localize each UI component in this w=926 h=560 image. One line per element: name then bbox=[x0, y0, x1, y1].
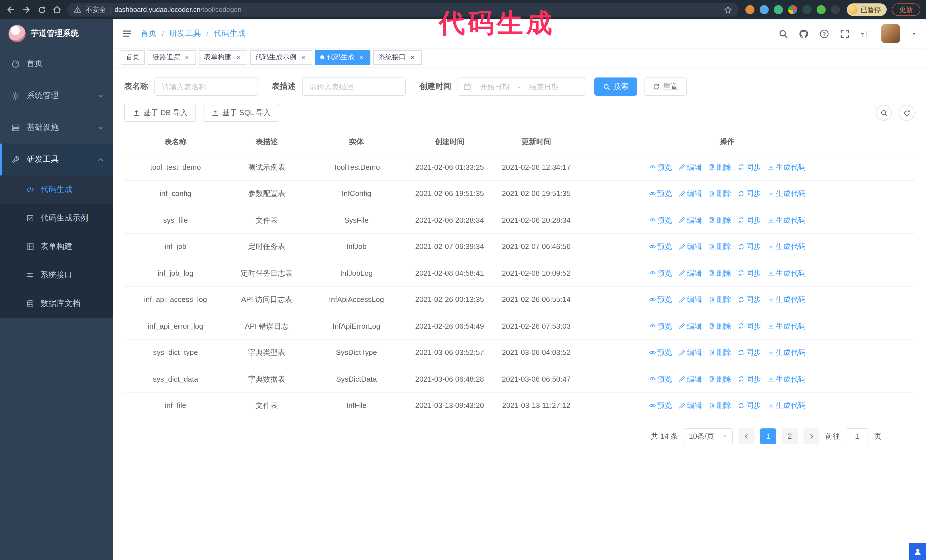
generate-code-link[interactable]: 生成代码 bbox=[767, 320, 805, 332]
tab-codegen-example[interactable]: 代码生成示例× bbox=[250, 50, 312, 65]
extension-icon-puzzle[interactable] bbox=[831, 5, 840, 14]
back-button[interactable] bbox=[6, 5, 16, 15]
reset-button[interactable]: 重置 bbox=[644, 77, 687, 96]
tab-codegen[interactable]: 代码生成× bbox=[315, 50, 371, 65]
preview-link[interactable]: 预览 bbox=[649, 241, 672, 252]
generate-code-link[interactable]: 生成代码 bbox=[767, 188, 805, 199]
goto-page-input[interactable] bbox=[846, 428, 869, 444]
hamburger-icon[interactable] bbox=[122, 29, 132, 39]
edit-link[interactable]: 编辑 bbox=[678, 373, 702, 385]
sync-link[interactable]: 同步 bbox=[738, 320, 761, 332]
sidebar-item-home[interactable]: 首页 bbox=[0, 48, 113, 80]
sync-link[interactable]: 同步 bbox=[738, 373, 761, 385]
extension-icon-green[interactable] bbox=[817, 5, 826, 14]
delete-link[interactable]: 删除 bbox=[708, 347, 731, 358]
edit-link[interactable]: 编辑 bbox=[678, 294, 702, 305]
extension-icon-vue[interactable] bbox=[774, 5, 783, 14]
delete-link[interactable]: 删除 bbox=[708, 373, 731, 385]
sidebar-item-system[interactable]: 系统管理 bbox=[0, 80, 113, 112]
sync-link[interactable]: 同步 bbox=[738, 294, 761, 305]
generate-code-link[interactable]: 生成代码 bbox=[767, 294, 805, 305]
sidebar-item-devtools[interactable]: 研发工具 bbox=[0, 143, 113, 175]
import-db-button[interactable]: 基于 DB 导入 bbox=[124, 104, 196, 122]
page-button-2[interactable]: 2 bbox=[782, 428, 798, 444]
edit-link[interactable]: 编辑 bbox=[678, 347, 702, 358]
profile-paused-badge[interactable]: 已暂停 bbox=[847, 3, 887, 16]
prev-page-button[interactable] bbox=[738, 428, 755, 444]
bookmark-star-icon[interactable] bbox=[724, 5, 732, 14]
github-icon[interactable] bbox=[799, 29, 809, 38]
edit-link[interactable]: 编辑 bbox=[678, 162, 702, 173]
page-button-1[interactable]: 1 bbox=[760, 428, 776, 444]
forward-button[interactable] bbox=[21, 5, 31, 15]
delete-link[interactable]: 删除 bbox=[708, 188, 731, 199]
sync-link[interactable]: 同步 bbox=[738, 241, 761, 252]
extension-icon-blue[interactable] bbox=[760, 5, 769, 14]
close-icon[interactable]: × bbox=[234, 53, 242, 61]
breadcrumb-home[interactable]: 首页 bbox=[141, 29, 157, 39]
generate-code-link[interactable]: 生成代码 bbox=[767, 241, 805, 252]
preview-link[interactable]: 预览 bbox=[649, 347, 672, 358]
delete-link[interactable]: 删除 bbox=[708, 400, 731, 411]
browser-update-button[interactable]: 更新 bbox=[892, 3, 920, 16]
generate-code-link[interactable]: 生成代码 bbox=[767, 267, 805, 279]
preview-link[interactable]: 预览 bbox=[649, 294, 672, 305]
sidebar-item-api[interactable]: 系统接口 bbox=[0, 261, 113, 290]
preview-link[interactable]: 预览 bbox=[649, 373, 672, 385]
help-icon[interactable] bbox=[819, 29, 829, 38]
font-size-icon[interactable] bbox=[861, 29, 870, 38]
edit-link[interactable]: 编辑 bbox=[678, 241, 702, 252]
sidebar-item-codegen-example[interactable]: 代码生成示例 bbox=[0, 204, 113, 232]
edit-link[interactable]: 编辑 bbox=[678, 320, 702, 332]
preview-link[interactable]: 预览 bbox=[649, 214, 672, 226]
table-desc-input[interactable] bbox=[302, 77, 406, 96]
next-page-button[interactable] bbox=[803, 428, 819, 444]
sidebar-item-form-builder[interactable]: 表单构建 bbox=[0, 232, 113, 261]
close-icon[interactable]: × bbox=[299, 53, 307, 61]
preview-link[interactable]: 预览 bbox=[649, 267, 672, 279]
reload-button[interactable] bbox=[36, 5, 47, 15]
generate-code-link[interactable]: 生成代码 bbox=[767, 162, 805, 173]
feedback-float-button[interactable] bbox=[909, 543, 926, 560]
tab-api[interactable]: 系统接口× bbox=[373, 50, 422, 65]
preview-link[interactable]: 预览 bbox=[649, 320, 672, 332]
sync-link[interactable]: 同步 bbox=[738, 162, 761, 173]
extension-icon-orange[interactable] bbox=[745, 5, 755, 14]
edit-link[interactable]: 编辑 bbox=[678, 267, 702, 279]
tab-form-builder[interactable]: 表单构建× bbox=[199, 50, 247, 65]
generate-code-link[interactable]: 生成代码 bbox=[767, 400, 805, 411]
edit-link[interactable]: 编辑 bbox=[678, 188, 702, 199]
date-range-picker[interactable]: - bbox=[458, 77, 585, 96]
delete-link[interactable]: 删除 bbox=[708, 162, 731, 173]
fullscreen-icon[interactable] bbox=[840, 29, 850, 38]
edit-link[interactable]: 编辑 bbox=[678, 400, 702, 411]
edit-link[interactable]: 编辑 bbox=[678, 214, 702, 226]
sync-link[interactable]: 同步 bbox=[738, 188, 761, 199]
user-avatar[interactable] bbox=[881, 24, 900, 43]
sidebar-item-db-doc[interactable]: 数据库文档 bbox=[0, 290, 113, 318]
sync-link[interactable]: 同步 bbox=[738, 214, 761, 226]
extension-icon-colorful[interactable] bbox=[788, 5, 797, 14]
generate-code-link[interactable]: 生成代码 bbox=[767, 347, 805, 358]
sidebar-item-codegen[interactable]: 代码生成 bbox=[0, 175, 113, 204]
caret-down-icon[interactable] bbox=[911, 31, 917, 36]
home-button[interactable] bbox=[52, 5, 62, 15]
address-bar[interactable]: 不安全 dashboard.yudao.iocoder.cn/tool/code… bbox=[67, 3, 738, 17]
preview-link[interactable]: 预览 bbox=[649, 162, 672, 173]
import-sql-button[interactable]: 基于 SQL 导入 bbox=[203, 104, 280, 122]
breadcrumb-devtools[interactable]: 研发工具 bbox=[169, 29, 201, 39]
close-icon[interactable]: × bbox=[409, 53, 416, 61]
extension-icon-dark-green[interactable] bbox=[802, 5, 811, 14]
sidebar-item-infra[interactable]: 基础设施 bbox=[0, 112, 113, 143]
delete-link[interactable]: 删除 bbox=[708, 214, 731, 226]
sync-link[interactable]: 同步 bbox=[738, 347, 761, 358]
delete-link[interactable]: 删除 bbox=[708, 294, 731, 305]
tab-home[interactable]: 首页 bbox=[121, 50, 145, 65]
logo[interactable]: 芋道管理系统 bbox=[0, 20, 113, 48]
end-date-input[interactable] bbox=[524, 82, 564, 91]
search-icon[interactable] bbox=[778, 29, 788, 38]
delete-link[interactable]: 删除 bbox=[708, 267, 731, 279]
generate-code-link[interactable]: 生成代码 bbox=[767, 373, 805, 385]
tab-tracing[interactable]: 链路追踪× bbox=[148, 50, 196, 65]
preview-link[interactable]: 预览 bbox=[649, 400, 672, 411]
